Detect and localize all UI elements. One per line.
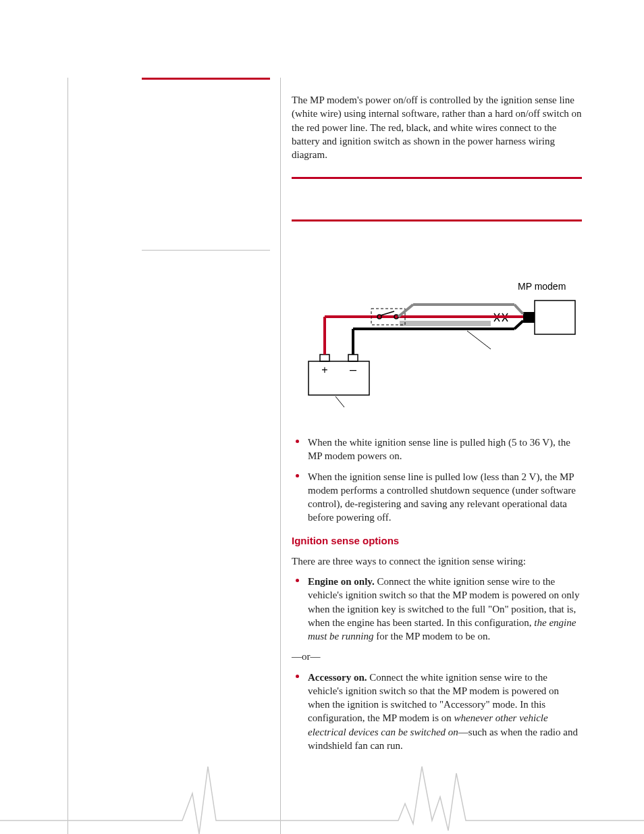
footer-ekg-line (0, 756, 644, 834)
svg-rect-14 (320, 355, 329, 361)
red-rule-above-diagram (292, 219, 582, 221)
sense-bullet-1: When the white ignition sense line is pu… (292, 436, 582, 463)
sense-bullets-block: When the white ignition sense line is pu… (292, 436, 582, 759)
diagram-label-mp-modem: MP modem (518, 280, 566, 293)
svg-line-3 (514, 305, 523, 314)
option-accessory-label: Accessory on. (308, 672, 367, 683)
bullet-icon (296, 675, 299, 678)
svg-rect-0 (535, 301, 575, 334)
wiring-diagram: + – MP modem (292, 260, 582, 415)
option-engine-text-2: for the MP modem to be on. (374, 631, 491, 642)
left-vertical-rule-1 (68, 78, 68, 834)
svg-text:+: + (321, 364, 327, 375)
svg-rect-15 (348, 355, 358, 361)
left-vertical-rule-2 (280, 78, 281, 834)
svg-rect-13 (308, 361, 369, 395)
option-accessory-on: Accessory on. Connect the white ignition… (292, 671, 582, 753)
intro-three-ways: There are three ways to connect the igni… (292, 554, 582, 568)
svg-line-18 (336, 396, 344, 407)
or-separator: —or— (292, 650, 582, 663)
sense-bullet-2-text: When the ignition sense line is pulled l… (308, 471, 576, 523)
svg-rect-1 (523, 312, 535, 323)
red-rule-under-intro (292, 177, 582, 179)
heading-ignition-sense-options: Ignition sense options (292, 534, 582, 548)
svg-line-12 (398, 305, 413, 317)
svg-line-11 (381, 311, 394, 315)
option-engine-label: Engine on only. (308, 576, 375, 587)
svg-line-6 (514, 321, 523, 329)
sense-bullet-2: When the ignition sense line is pulled l… (292, 470, 582, 525)
left-red-rule-mid (142, 250, 270, 251)
sense-bullet-1-text: When the white ignition sense line is pu… (308, 437, 570, 461)
svg-text:–: – (350, 363, 356, 376)
left-red-rule-top (142, 78, 270, 80)
option-engine-on-only: Engine on only. Connect the white igniti… (292, 575, 582, 643)
bullet-icon (296, 474, 299, 477)
bullet-icon (296, 579, 299, 582)
intro-paragraph: The MP modem's power on/off is controlle… (292, 93, 582, 161)
svg-line-24 (467, 331, 491, 349)
bullet-icon (296, 440, 299, 443)
intro-paragraph-block: The MP modem's power on/off is controlle… (292, 93, 582, 168)
